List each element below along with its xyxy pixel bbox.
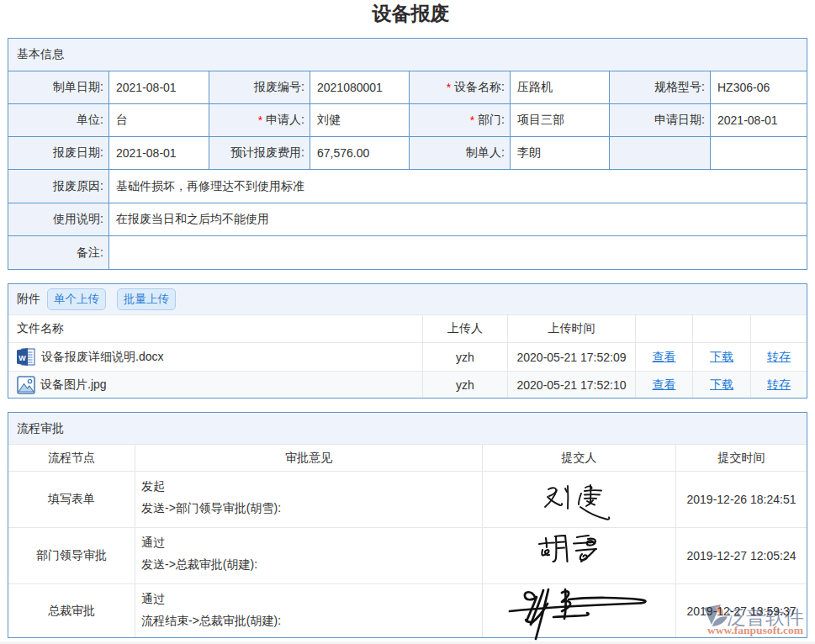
svg-text:W: W bbox=[19, 354, 26, 362]
